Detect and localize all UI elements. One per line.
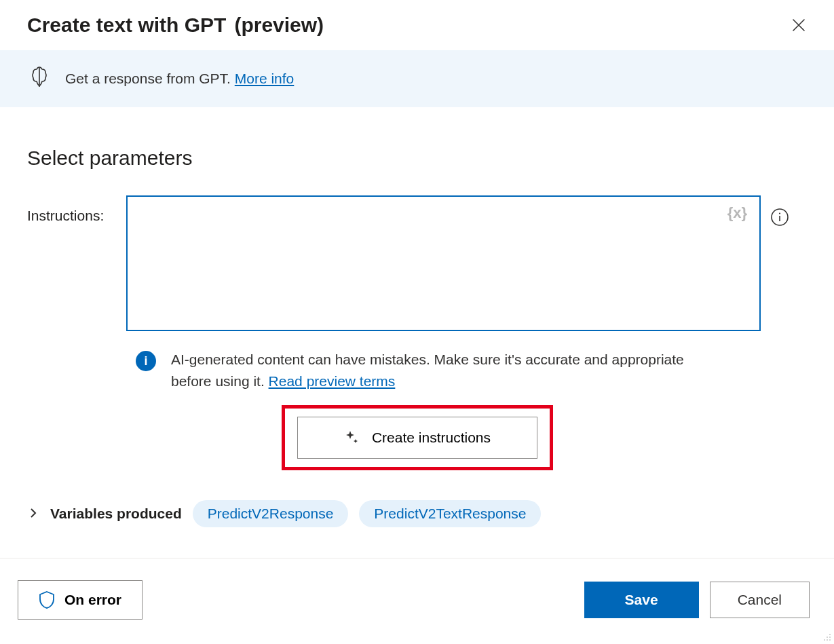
dialog-title-wrap: Create text with GPT (preview) <box>27 14 324 37</box>
dialog-title: Create text with GPT <box>27 14 226 37</box>
create-instructions-button[interactable]: Create instructions <box>297 417 537 459</box>
variable-chip-predictv2response[interactable]: PredictV2Response <box>193 500 349 527</box>
dialog-header: Create text with GPT (preview) <box>0 0 834 50</box>
insert-variable-button[interactable]: {x} <box>723 204 751 223</box>
more-info-link[interactable]: More info <box>235 71 295 86</box>
variable-chip-predictv2textresponse[interactable]: PredictV2TextResponse <box>359 500 541 527</box>
close-button[interactable] <box>788 14 810 36</box>
ai-warning-text: AI-generated content can have mistakes. … <box>171 349 687 392</box>
section-heading: Select parameters <box>27 147 807 170</box>
sparkle-icon <box>343 430 360 446</box>
create-instructions-label: Create instructions <box>372 430 491 446</box>
info-circle-icon <box>770 208 789 227</box>
dialog-body: Select parameters Instructions: {x} i AI… <box>0 107 834 527</box>
svg-point-1 <box>779 212 780 214</box>
on-error-label: On error <box>64 592 121 608</box>
info-bar-text-prefix: Get a response from GPT. <box>65 71 235 86</box>
instructions-input-wrap: {x} <box>126 195 761 334</box>
cancel-button[interactable]: Cancel <box>710 582 810 618</box>
variables-expand-toggle[interactable] <box>27 507 39 521</box>
brain-icon <box>27 65 52 92</box>
instructions-row: Instructions: {x} <box>27 195 807 334</box>
save-button[interactable]: Save <box>584 582 699 618</box>
info-badge-icon: i <box>136 351 156 371</box>
shield-icon <box>39 590 55 609</box>
variables-produced-label: Variables produced <box>50 506 182 522</box>
instructions-help-button[interactable] <box>770 208 789 229</box>
dialog-title-suffix: (preview) <box>234 14 324 37</box>
chevron-right-icon <box>27 507 39 519</box>
dialog-footer: On error Save Cancel <box>0 558 834 644</box>
info-bar: Get a response from GPT. More info <box>0 50 834 107</box>
on-error-button[interactable]: On error <box>18 580 143 620</box>
instructions-input[interactable] <box>126 195 761 331</box>
instructions-label: Instructions: <box>27 195 117 224</box>
ai-warning-text-body: AI-generated content can have mistakes. … <box>171 352 684 389</box>
highlight-annotation: Create instructions <box>282 405 553 470</box>
variables-produced-row: Variables produced PredictV2Response Pre… <box>27 500 807 527</box>
footer-right: Save Cancel <box>584 582 810 618</box>
info-bar-text: Get a response from GPT. More info <box>65 71 294 87</box>
close-icon <box>792 18 805 32</box>
read-preview-terms-link[interactable]: Read preview terms <box>269 373 396 389</box>
ai-warning-row: i AI-generated content can have mistakes… <box>27 349 807 392</box>
